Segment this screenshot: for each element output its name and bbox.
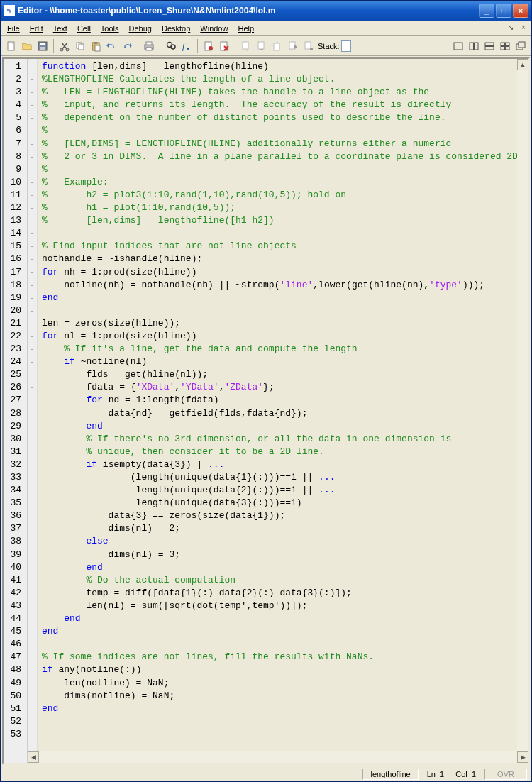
status-ovr: OVR bbox=[484, 769, 527, 780]
svg-rect-9 bbox=[94, 42, 97, 44]
svg-point-19 bbox=[209, 46, 213, 50]
menu-window[interactable]: Window bbox=[195, 23, 233, 34]
breakpoint-margin[interactable]: ---- -- ------ - ----- ---- ---- bbox=[28, 59, 38, 763]
svg-rect-33 bbox=[506, 43, 510, 46]
tile-float-button[interactable] bbox=[513, 38, 528, 54]
svg-rect-25 bbox=[305, 42, 311, 49]
svg-rect-27 bbox=[454, 43, 462, 50]
title-bar: ✎ Editor - \\home-toaster\public\Loren_S… bbox=[1, 1, 531, 21]
svg-rect-12 bbox=[146, 42, 152, 45]
code-editor[interactable]: function [len,dims] = lengthofline(hline… bbox=[38, 59, 517, 763]
window-title: Editor - \\home-toaster\public\Loren_Shu… bbox=[18, 6, 477, 16]
scroll-up-button[interactable]: ▲ bbox=[517, 59, 528, 70]
undock-close-button[interactable]: × bbox=[519, 23, 528, 33]
menu-help[interactable]: Help bbox=[233, 23, 259, 34]
tile-left-right-button[interactable] bbox=[466, 38, 482, 54]
svg-rect-13 bbox=[146, 48, 152, 50]
set-breakpoint-button[interactable] bbox=[201, 38, 216, 54]
open-file-button[interactable] bbox=[19, 38, 35, 54]
vertical-scrollbar[interactable]: ▲ ▼ bbox=[517, 59, 528, 763]
svg-rect-24 bbox=[289, 42, 295, 49]
svg-rect-10 bbox=[95, 45, 100, 51]
maximize-button[interactable]: □ bbox=[496, 4, 511, 18]
stack-dropdown[interactable] bbox=[341, 40, 351, 52]
menu-tools[interactable]: Tools bbox=[96, 23, 124, 34]
menu-bar: File Edit Text Cell Tools Debug Desktop … bbox=[1, 21, 531, 36]
svg-rect-28 bbox=[470, 43, 474, 50]
svg-rect-29 bbox=[475, 43, 479, 50]
copy-button[interactable] bbox=[72, 38, 88, 54]
stack-selector[interactable]: Stack: bbox=[318, 40, 351, 52]
scroll-left-button[interactable]: ◀ bbox=[28, 751, 39, 763]
tile-grid-button[interactable] bbox=[497, 38, 513, 54]
status-line-label: Ln 1 bbox=[424, 769, 448, 779]
svg-rect-23 bbox=[274, 43, 279, 50]
svg-rect-3 bbox=[40, 47, 45, 50]
dock-button[interactable]: ↘ bbox=[506, 23, 516, 33]
status-function: lengthofline bbox=[362, 769, 418, 780]
status-bar: lengthofline Ln 1 Col 1 OVR bbox=[1, 766, 531, 781]
menu-text[interactable]: Text bbox=[48, 23, 72, 34]
cut-button[interactable] bbox=[57, 38, 72, 54]
svg-text:▾: ▾ bbox=[187, 45, 189, 52]
svg-rect-2 bbox=[40, 43, 45, 45]
minimize-button[interactable]: _ bbox=[479, 4, 494, 18]
save-button[interactable] bbox=[35, 38, 50, 54]
horizontal-scrollbar[interactable]: ◀ ▶ bbox=[28, 751, 528, 763]
toolbar: f▾ Stack: bbox=[1, 36, 531, 56]
svg-rect-22 bbox=[258, 42, 264, 49]
stack-label: Stack: bbox=[318, 42, 340, 50]
print-button[interactable] bbox=[141, 38, 157, 54]
new-file-button[interactable] bbox=[4, 38, 19, 54]
paste-button[interactable] bbox=[88, 38, 104, 54]
menu-edit[interactable]: Edit bbox=[25, 23, 48, 34]
tile-top-bottom-button[interactable] bbox=[482, 38, 497, 54]
step-button[interactable] bbox=[238, 38, 254, 54]
exit-debug-button[interactable] bbox=[301, 38, 316, 54]
menu-file[interactable]: File bbox=[2, 23, 25, 34]
svg-rect-35 bbox=[506, 46, 510, 50]
editor-area: 1234567891011121314151617181920212223242… bbox=[2, 57, 530, 764]
menu-cell[interactable]: Cell bbox=[72, 23, 96, 34]
find-button[interactable] bbox=[163, 38, 179, 54]
redo-button[interactable] bbox=[119, 38, 135, 54]
svg-rect-26 bbox=[310, 48, 313, 50]
svg-rect-32 bbox=[501, 43, 505, 46]
menu-desktop[interactable]: Desktop bbox=[157, 23, 195, 34]
close-button[interactable]: × bbox=[513, 4, 528, 18]
scroll-right-button[interactable]: ▶ bbox=[517, 751, 528, 763]
status-col-label: Col 1 bbox=[453, 769, 479, 779]
step-out-button[interactable] bbox=[270, 38, 285, 54]
line-number-gutter[interactable]: 1234567891011121314151617181920212223242… bbox=[4, 59, 28, 763]
continue-button[interactable] bbox=[285, 38, 301, 54]
menu-debug[interactable]: Debug bbox=[124, 23, 157, 34]
svg-text:f: f bbox=[182, 41, 186, 51]
undo-button[interactable] bbox=[104, 38, 119, 54]
svg-rect-34 bbox=[501, 46, 505, 50]
app-icon: ✎ bbox=[4, 5, 15, 16]
svg-rect-21 bbox=[243, 42, 248, 49]
svg-rect-31 bbox=[485, 46, 494, 50]
clear-breakpoint-button[interactable] bbox=[216, 38, 232, 54]
svg-rect-30 bbox=[485, 43, 494, 46]
tile-single-button[interactable] bbox=[450, 38, 466, 54]
step-in-button[interactable] bbox=[254, 38, 270, 54]
function-button[interactable]: f▾ bbox=[179, 38, 194, 54]
svg-rect-7 bbox=[79, 44, 84, 50]
svg-rect-37 bbox=[519, 42, 525, 48]
